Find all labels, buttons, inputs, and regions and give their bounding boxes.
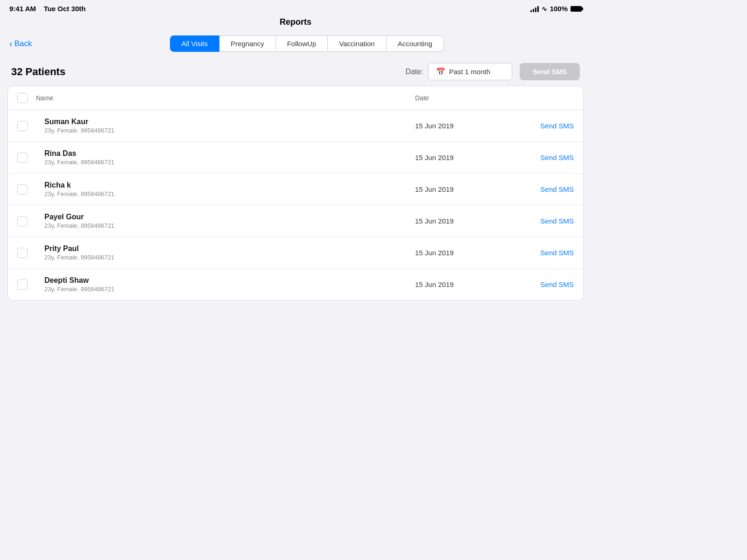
row-checkbox-0[interactable] — [17, 121, 28, 131]
status-time: 9:41 AM — [9, 5, 36, 13]
table-body: Suman Kaur 23y, Female, 9958486721 15 Ju… — [8, 110, 583, 300]
row-checkbox-2[interactable] — [17, 184, 28, 195]
row-checkbox-col-5 — [17, 280, 36, 290]
back-label: Back — [14, 39, 32, 49]
row-checkbox-col-3 — [17, 216, 36, 226]
row-checkbox-4[interactable] — [17, 248, 28, 258]
wifi-icon: ∿ — [542, 5, 547, 13]
visit-date-4: 15 Jun 2019 — [415, 249, 518, 257]
patient-name-2: Richa k — [44, 181, 415, 189]
row-checkbox-col-2 — [17, 184, 36, 195]
patient-details-3: Payel Gour 23y, Female, 9958486721 — [44, 213, 415, 229]
visit-date-1: 15 Jun 2019 — [415, 154, 518, 161]
table-row: Payel Gour 23y, Female, 9958486721 15 Ju… — [8, 205, 583, 237]
row-checkbox-3[interactable] — [17, 216, 28, 226]
page-title-bar: Reports — [0, 15, 591, 32]
signal-icon — [530, 6, 539, 12]
tab-followup[interactable]: FollowUp — [276, 35, 328, 52]
status-bar: 9:41 AM Tue Oct 30th ∿ 100% — [0, 0, 591, 15]
battery-percentage: 100% — [550, 5, 568, 13]
patients-table: Name Date Suman Kaur 23y, Female, 995848… — [7, 86, 584, 301]
send-sms-link-5[interactable]: Send SMS — [518, 280, 574, 288]
table-row: Prity Paul 23y, Female, 9958486721 15 Ju… — [8, 237, 583, 269]
row-checkbox-col-4 — [17, 248, 36, 258]
back-chevron-icon: ‹ — [9, 38, 13, 49]
patient-info-3: 23y, Female, 9958486721 — [44, 222, 415, 229]
table-row: Richa k 23y, Female, 9958486721 15 Jun 2… — [8, 174, 583, 205]
patient-count: 32 Patients — [11, 66, 405, 78]
table-row: Deepti Shaw 23y, Female, 9958486721 15 J… — [8, 269, 583, 300]
status-right: ∿ 100% — [530, 5, 582, 13]
send-sms-link-0[interactable]: Send SMS — [518, 122, 574, 130]
patient-name-5: Deepti Shaw — [44, 276, 415, 285]
send-sms-link-1[interactable]: Send SMS — [518, 154, 574, 161]
row-checkbox-1[interactable] — [17, 153, 28, 163]
tab-pregnancy[interactable]: Pregnancy — [219, 35, 276, 52]
patient-name-1: Rina Das — [44, 149, 415, 158]
status-time-date: 9:41 AM Tue Oct 30th — [9, 5, 85, 13]
patient-info-0: 23y, Female, 9958486721 — [44, 127, 415, 134]
table-header: Name Date — [8, 86, 583, 110]
tab-accounting[interactable]: Accounting — [387, 35, 444, 52]
patient-details-0: Suman Kaur 23y, Female, 9958486721 — [44, 118, 415, 134]
patient-details-2: Richa k 23y, Female, 9958486721 — [44, 181, 415, 197]
patient-info-5: 23y, Female, 9958486721 — [44, 286, 415, 293]
column-name-header: Name — [36, 94, 415, 102]
subheader: 32 Patients Date: 📅 Past 1 month Send SM… — [0, 57, 591, 86]
visit-date-0: 15 Jun 2019 — [415, 122, 518, 130]
send-sms-link-4[interactable]: Send SMS — [518, 249, 574, 257]
visit-date-2: 15 Jun 2019 — [415, 185, 518, 193]
calendar-icon: 📅 — [436, 67, 445, 76]
column-date-header: Date — [415, 94, 518, 102]
tab-bar: All Visits Pregnancy FollowUp Vaccinatio… — [32, 35, 582, 52]
table-row: Rina Das 23y, Female, 9958486721 15 Jun … — [8, 142, 583, 174]
tab-all-visits[interactable]: All Visits — [170, 35, 219, 52]
patient-details-1: Rina Das 23y, Female, 9958486721 — [44, 149, 415, 166]
send-sms-link-2[interactable]: Send SMS — [518, 185, 574, 193]
row-checkbox-5[interactable] — [17, 280, 28, 290]
select-all-checkbox-col — [17, 93, 36, 103]
patient-info-4: 23y, Female, 9958486721 — [44, 254, 415, 261]
patient-name-4: Prity Paul — [44, 245, 415, 253]
status-date: Tue Oct 30th — [44, 5, 86, 13]
header-row: ‹ Back All Visits Pregnancy FollowUp Vac… — [0, 32, 591, 57]
date-picker[interactable]: 📅 Past 1 month — [428, 63, 512, 80]
table-row: Suman Kaur 23y, Female, 9958486721 15 Ju… — [8, 110, 583, 142]
date-label: Date: — [405, 68, 423, 76]
visit-date-3: 15 Jun 2019 — [415, 217, 518, 225]
tab-vaccination[interactable]: Vaccination — [328, 35, 386, 52]
date-filter-group: Date: 📅 Past 1 month — [405, 63, 512, 80]
send-sms-link-3[interactable]: Send SMS — [518, 217, 574, 225]
page-title: Reports — [280, 17, 311, 27]
patient-details-5: Deepti Shaw 23y, Female, 9958486721 — [44, 276, 415, 293]
patient-name-0: Suman Kaur — [44, 118, 415, 126]
row-checkbox-col-0 — [17, 121, 36, 131]
send-sms-button[interactable]: Send SMS — [520, 63, 580, 80]
patient-name-3: Payel Gour — [44, 213, 415, 221]
date-filter-value: Past 1 month — [449, 68, 490, 76]
battery-icon — [571, 6, 582, 12]
patient-info-2: 23y, Female, 9958486721 — [44, 190, 415, 197]
visit-date-5: 15 Jun 2019 — [415, 280, 518, 288]
select-all-checkbox[interactable] — [17, 93, 28, 103]
patient-info-1: 23y, Female, 9958486721 — [44, 159, 415, 166]
patient-details-4: Prity Paul 23y, Female, 9958486721 — [44, 245, 415, 261]
row-checkbox-col-1 — [17, 153, 36, 163]
back-button[interactable]: ‹ Back — [9, 39, 32, 49]
